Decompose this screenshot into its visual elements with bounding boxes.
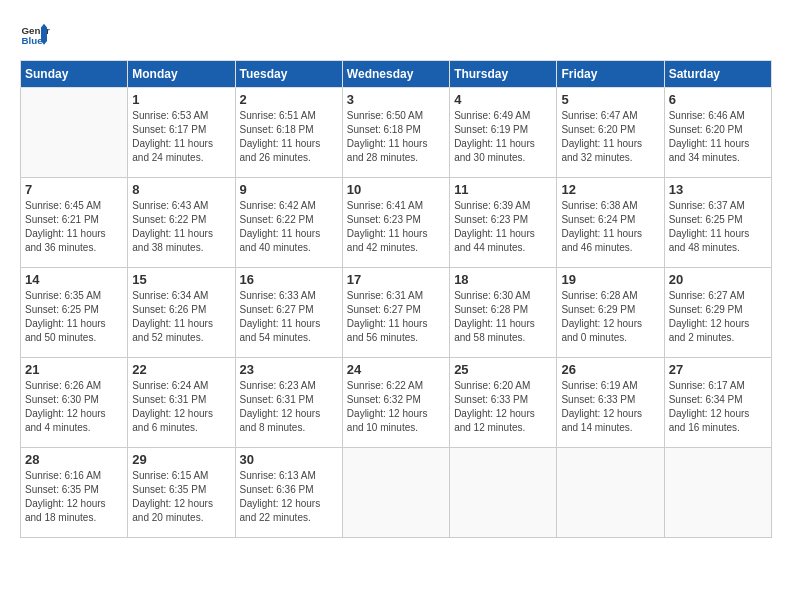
day-info: Sunrise: 6:26 AM Sunset: 6:30 PM Dayligh… [25, 379, 123, 435]
day-number: 18 [454, 272, 552, 287]
week-row-1: 1Sunrise: 6:53 AM Sunset: 6:17 PM Daylig… [21, 88, 772, 178]
day-number: 6 [669, 92, 767, 107]
day-cell: 12Sunrise: 6:38 AM Sunset: 6:24 PM Dayli… [557, 178, 664, 268]
day-cell: 13Sunrise: 6:37 AM Sunset: 6:25 PM Dayli… [664, 178, 771, 268]
day-number: 8 [132, 182, 230, 197]
week-row-3: 14Sunrise: 6:35 AM Sunset: 6:25 PM Dayli… [21, 268, 772, 358]
day-number: 5 [561, 92, 659, 107]
day-cell: 1Sunrise: 6:53 AM Sunset: 6:17 PM Daylig… [128, 88, 235, 178]
day-cell: 10Sunrise: 6:41 AM Sunset: 6:23 PM Dayli… [342, 178, 449, 268]
day-cell: 23Sunrise: 6:23 AM Sunset: 6:31 PM Dayli… [235, 358, 342, 448]
weekday-header-thursday: Thursday [450, 61, 557, 88]
day-cell: 6Sunrise: 6:46 AM Sunset: 6:20 PM Daylig… [664, 88, 771, 178]
svg-text:Blue: Blue [22, 35, 44, 46]
day-cell: 27Sunrise: 6:17 AM Sunset: 6:34 PM Dayli… [664, 358, 771, 448]
day-cell [664, 448, 771, 538]
day-info: Sunrise: 6:23 AM Sunset: 6:31 PM Dayligh… [240, 379, 338, 435]
day-cell: 17Sunrise: 6:31 AM Sunset: 6:27 PM Dayli… [342, 268, 449, 358]
week-row-2: 7Sunrise: 6:45 AM Sunset: 6:21 PM Daylig… [21, 178, 772, 268]
day-info: Sunrise: 6:45 AM Sunset: 6:21 PM Dayligh… [25, 199, 123, 255]
day-number: 9 [240, 182, 338, 197]
day-cell: 19Sunrise: 6:28 AM Sunset: 6:29 PM Dayli… [557, 268, 664, 358]
day-number: 21 [25, 362, 123, 377]
weekday-header-monday: Monday [128, 61, 235, 88]
day-number: 13 [669, 182, 767, 197]
day-cell: 9Sunrise: 6:42 AM Sunset: 6:22 PM Daylig… [235, 178, 342, 268]
day-cell: 24Sunrise: 6:22 AM Sunset: 6:32 PM Dayli… [342, 358, 449, 448]
day-number: 23 [240, 362, 338, 377]
day-cell: 5Sunrise: 6:47 AM Sunset: 6:20 PM Daylig… [557, 88, 664, 178]
day-number: 11 [454, 182, 552, 197]
day-cell: 16Sunrise: 6:33 AM Sunset: 6:27 PM Dayli… [235, 268, 342, 358]
day-cell [450, 448, 557, 538]
weekday-header-row: SundayMondayTuesdayWednesdayThursdayFrid… [21, 61, 772, 88]
day-info: Sunrise: 6:51 AM Sunset: 6:18 PM Dayligh… [240, 109, 338, 165]
day-info: Sunrise: 6:38 AM Sunset: 6:24 PM Dayligh… [561, 199, 659, 255]
day-info: Sunrise: 6:17 AM Sunset: 6:34 PM Dayligh… [669, 379, 767, 435]
day-info: Sunrise: 6:16 AM Sunset: 6:35 PM Dayligh… [25, 469, 123, 525]
day-number: 15 [132, 272, 230, 287]
day-number: 20 [669, 272, 767, 287]
day-info: Sunrise: 6:46 AM Sunset: 6:20 PM Dayligh… [669, 109, 767, 165]
day-cell [21, 88, 128, 178]
day-cell: 21Sunrise: 6:26 AM Sunset: 6:30 PM Dayli… [21, 358, 128, 448]
day-number: 29 [132, 452, 230, 467]
day-number: 27 [669, 362, 767, 377]
day-cell: 29Sunrise: 6:15 AM Sunset: 6:35 PM Dayli… [128, 448, 235, 538]
day-cell: 2Sunrise: 6:51 AM Sunset: 6:18 PM Daylig… [235, 88, 342, 178]
day-number: 28 [25, 452, 123, 467]
day-number: 16 [240, 272, 338, 287]
day-number: 25 [454, 362, 552, 377]
week-row-4: 21Sunrise: 6:26 AM Sunset: 6:30 PM Dayli… [21, 358, 772, 448]
calendar: SundayMondayTuesdayWednesdayThursdayFrid… [20, 60, 772, 538]
weekday-header-sunday: Sunday [21, 61, 128, 88]
weekday-header-wednesday: Wednesday [342, 61, 449, 88]
week-row-5: 28Sunrise: 6:16 AM Sunset: 6:35 PM Dayli… [21, 448, 772, 538]
logo: General Blue [20, 20, 50, 50]
day-number: 17 [347, 272, 445, 287]
day-info: Sunrise: 6:24 AM Sunset: 6:31 PM Dayligh… [132, 379, 230, 435]
day-info: Sunrise: 6:43 AM Sunset: 6:22 PM Dayligh… [132, 199, 230, 255]
day-info: Sunrise: 6:39 AM Sunset: 6:23 PM Dayligh… [454, 199, 552, 255]
day-info: Sunrise: 6:42 AM Sunset: 6:22 PM Dayligh… [240, 199, 338, 255]
day-number: 22 [132, 362, 230, 377]
day-cell: 22Sunrise: 6:24 AM Sunset: 6:31 PM Dayli… [128, 358, 235, 448]
day-cell: 30Sunrise: 6:13 AM Sunset: 6:36 PM Dayli… [235, 448, 342, 538]
day-info: Sunrise: 6:22 AM Sunset: 6:32 PM Dayligh… [347, 379, 445, 435]
day-info: Sunrise: 6:20 AM Sunset: 6:33 PM Dayligh… [454, 379, 552, 435]
day-cell: 14Sunrise: 6:35 AM Sunset: 6:25 PM Dayli… [21, 268, 128, 358]
day-info: Sunrise: 6:33 AM Sunset: 6:27 PM Dayligh… [240, 289, 338, 345]
day-number: 4 [454, 92, 552, 107]
day-number: 12 [561, 182, 659, 197]
day-info: Sunrise: 6:30 AM Sunset: 6:28 PM Dayligh… [454, 289, 552, 345]
day-number: 7 [25, 182, 123, 197]
weekday-header-tuesday: Tuesday [235, 61, 342, 88]
day-info: Sunrise: 6:47 AM Sunset: 6:20 PM Dayligh… [561, 109, 659, 165]
day-number: 30 [240, 452, 338, 467]
day-info: Sunrise: 6:35 AM Sunset: 6:25 PM Dayligh… [25, 289, 123, 345]
day-cell: 11Sunrise: 6:39 AM Sunset: 6:23 PM Dayli… [450, 178, 557, 268]
day-number: 19 [561, 272, 659, 287]
logo-icon: General Blue [20, 20, 50, 50]
day-info: Sunrise: 6:49 AM Sunset: 6:19 PM Dayligh… [454, 109, 552, 165]
day-info: Sunrise: 6:13 AM Sunset: 6:36 PM Dayligh… [240, 469, 338, 525]
day-info: Sunrise: 6:27 AM Sunset: 6:29 PM Dayligh… [669, 289, 767, 345]
day-number: 1 [132, 92, 230, 107]
day-cell: 28Sunrise: 6:16 AM Sunset: 6:35 PM Dayli… [21, 448, 128, 538]
day-number: 3 [347, 92, 445, 107]
day-cell: 15Sunrise: 6:34 AM Sunset: 6:26 PM Dayli… [128, 268, 235, 358]
day-cell: 18Sunrise: 6:30 AM Sunset: 6:28 PM Dayli… [450, 268, 557, 358]
day-cell: 4Sunrise: 6:49 AM Sunset: 6:19 PM Daylig… [450, 88, 557, 178]
day-cell: 7Sunrise: 6:45 AM Sunset: 6:21 PM Daylig… [21, 178, 128, 268]
day-cell: 3Sunrise: 6:50 AM Sunset: 6:18 PM Daylig… [342, 88, 449, 178]
day-number: 24 [347, 362, 445, 377]
day-info: Sunrise: 6:31 AM Sunset: 6:27 PM Dayligh… [347, 289, 445, 345]
day-cell: 20Sunrise: 6:27 AM Sunset: 6:29 PM Dayli… [664, 268, 771, 358]
day-info: Sunrise: 6:41 AM Sunset: 6:23 PM Dayligh… [347, 199, 445, 255]
day-cell: 8Sunrise: 6:43 AM Sunset: 6:22 PM Daylig… [128, 178, 235, 268]
day-info: Sunrise: 6:28 AM Sunset: 6:29 PM Dayligh… [561, 289, 659, 345]
weekday-header-saturday: Saturday [664, 61, 771, 88]
weekday-header-friday: Friday [557, 61, 664, 88]
day-info: Sunrise: 6:50 AM Sunset: 6:18 PM Dayligh… [347, 109, 445, 165]
day-info: Sunrise: 6:53 AM Sunset: 6:17 PM Dayligh… [132, 109, 230, 165]
